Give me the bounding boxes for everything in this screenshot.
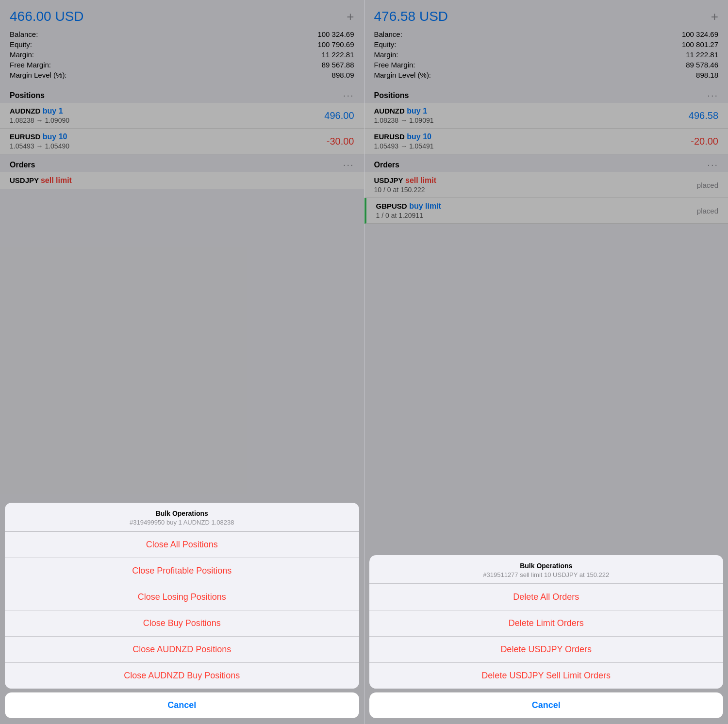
right-action-sheet-main: Bulk Operations #319511277 sell limit 10… — [369, 555, 724, 689]
right-cancel-button[interactable]: Cancel — [369, 692, 724, 718]
right-action-sheet: Bulk Operations #319511277 sell limit 10… — [369, 555, 724, 724]
left-action-sheet-header: Bulk Operations #319499950 buy 1 AUDNZD … — [5, 503, 359, 531]
right-panel: 476.58 USD + Balance: 100 324.69 Equity:… — [364, 0, 728, 724]
right-action-delete-all[interactable]: Delete All Orders — [369, 584, 724, 610]
left-cancel-button[interactable]: Cancel — [5, 692, 359, 718]
left-panel: 466.00 USD + Balance: 100 324.69 Equity:… — [0, 0, 364, 724]
left-action-close-all[interactable]: Close All Positions — [5, 531, 359, 558]
right-action-sheet-header: Bulk Operations #319511277 sell limit 10… — [369, 555, 724, 584]
left-action-close-audnzd-buy[interactable]: Close AUDNZD Buy Positions — [5, 662, 359, 689]
right-action-delete-usdjpy-sell-limit[interactable]: Delete USDJPY Sell Limit Orders — [369, 662, 724, 689]
left-action-sheet-main: Bulk Operations #319499950 buy 1 AUDNZD … — [5, 503, 359, 689]
left-action-close-profitable[interactable]: Close Profitable Positions — [5, 558, 359, 584]
left-action-sheet: Bulk Operations #319499950 buy 1 AUDNZD … — [5, 503, 359, 724]
right-action-delete-usdjpy[interactable]: Delete USDJPY Orders — [369, 636, 724, 662]
left-action-close-audnzd[interactable]: Close AUDNZD Positions — [5, 636, 359, 662]
left-action-close-buy[interactable]: Close Buy Positions — [5, 610, 359, 636]
right-action-delete-limit[interactable]: Delete Limit Orders — [369, 610, 724, 636]
left-action-close-losing[interactable]: Close Losing Positions — [5, 584, 359, 610]
